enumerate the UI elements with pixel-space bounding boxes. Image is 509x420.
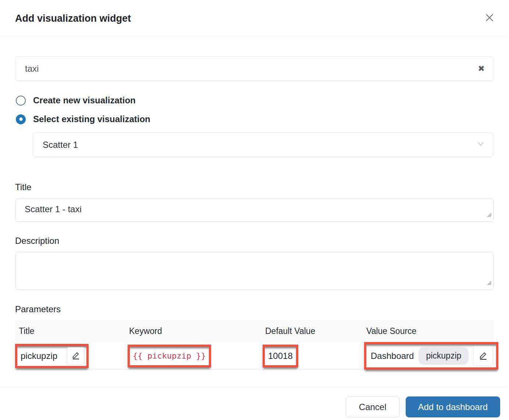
cancel-button[interactable]: Cancel: [346, 396, 400, 417]
column-header-value-source: Value Source: [363, 326, 494, 336]
pencil-edit-icon: [478, 350, 488, 362]
edit-value-source-button[interactable]: [473, 346, 493, 366]
clear-search-icon[interactable]: ✖: [478, 65, 485, 73]
radio-select-existing-visualization[interactable]: Select existing visualization: [16, 114, 494, 125]
modal-footer: Cancel Add to dashboard: [0, 387, 509, 417]
parameter-title-value: pickupzip: [21, 351, 57, 361]
title-input[interactable]: Scatter 1 - taxi: [15, 199, 494, 222]
parameter-value-source-cell: Dashboard pickupzip: [363, 342, 498, 370]
annotation-box-keyword: {{ pickupzip }}: [128, 345, 211, 367]
parameters-label: Parameters: [15, 304, 494, 315]
modal-body: ✖ Create new visualization Select existi…: [0, 56, 509, 370]
parameter-title-cell: pickupzip: [15, 342, 125, 370]
add-to-dashboard-button[interactable]: Add to dashboard: [406, 396, 500, 417]
parameter-keyword-cell: {{ pickupzip }}: [125, 342, 261, 370]
edit-title-button[interactable]: [67, 347, 85, 365]
parameters-table-header: Title Keyword Default Value Value Source: [15, 320, 494, 342]
parameters-table: Title Keyword Default Value Value Source…: [15, 320, 494, 370]
radio-selected-icon[interactable]: [16, 114, 26, 124]
description-label: Description: [15, 235, 494, 246]
search-input[interactable]: [15, 56, 494, 81]
column-header-keyword: Keyword: [125, 326, 261, 336]
radio-unselected-icon[interactable]: [16, 96, 26, 106]
parameter-value-source: Dashboard: [371, 351, 414, 361]
parameter-row: pickupzip {{ pickupzip }}: [15, 342, 494, 370]
radio-label: Create new visualization: [33, 95, 136, 106]
value-source-tag: pickupzip: [419, 347, 469, 365]
description-field-wrap: [15, 252, 494, 290]
annotation-box-title: pickupzip: [15, 344, 89, 368]
pencil-edit-icon: [71, 350, 81, 362]
parameter-keyword-value: {{ pickupzip }}: [133, 351, 206, 360]
parameter-default-value-cell: 10018: [261, 342, 363, 370]
radio-label: Select existing visualization: [33, 114, 150, 124]
annotation-box-default-value: 10018: [263, 345, 298, 367]
visualization-choice-group: Create new visualization Select existing…: [15, 95, 494, 125]
search-field: ✖: [15, 56, 494, 81]
visualization-select[interactable]: Scatter 1: [32, 132, 494, 157]
chevron-down-icon: [476, 139, 485, 151]
title-label: Title: [15, 182, 494, 193]
column-header-default-value: Default Value: [261, 326, 363, 336]
close-button[interactable]: [483, 12, 496, 25]
close-icon: [484, 12, 495, 25]
annotation-box-value-source: Dashboard pickupzip: [364, 342, 498, 370]
description-input[interactable]: [15, 252, 494, 290]
visualization-select-value: Scatter 1: [43, 140, 78, 150]
parameter-default-value: 10018: [268, 351, 293, 361]
modal-header: Add visualization widget: [0, 0, 509, 37]
modal-title: Add visualization widget: [15, 13, 131, 24]
radio-create-new-visualization[interactable]: Create new visualization: [16, 95, 494, 106]
title-field-wrap: Scatter 1 - taxi: [15, 199, 494, 222]
column-header-title: Title: [15, 326, 125, 336]
